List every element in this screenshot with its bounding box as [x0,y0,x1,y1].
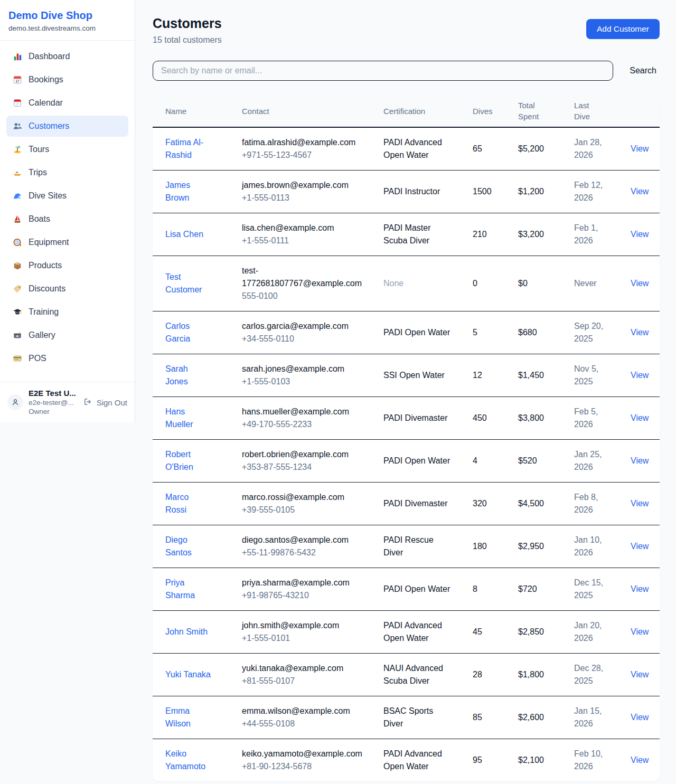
customers-table-card: Name Contact Certification Dives Total S… [153,95,660,781]
sidebar-item-products[interactable]: Products [6,255,128,276]
sidebar-item-dive-sites[interactable]: Dive Sites [6,185,128,206]
sidebar-item-bookings[interactable]: 17 Bookings [6,69,128,90]
bar-chart-icon [13,52,22,61]
sidebar-item-label: Equipment [29,238,69,247]
column-header-last-dive: Last Dive [574,95,631,127]
sidebar-item-label: Gallery [29,330,55,340]
customer-last-dive: Jan 10, 2026 [574,534,607,559]
customer-name-link[interactable]: John Smith [165,626,208,638]
view-link[interactable]: View [631,542,649,551]
customer-certification: BSAC Sports Diver [383,705,451,730]
customer-email: sarah.jones@example.com [242,363,369,375]
customer-phone: +34-555-0110 [242,333,383,345]
customer-dives: 85 [473,696,518,739]
customer-email: diego.santos@example.com [242,534,369,546]
customer-name-link[interactable]: Hans Mueller [165,405,212,431]
view-link[interactable]: View [631,755,649,764]
sidebar-item-label: Dive Sites [29,191,67,201]
customer-certification: PADI Divemaster [383,497,451,510]
camera-icon [13,330,22,340]
column-header-dives: Dives [473,95,518,127]
customer-phone: +91-98765-43210 [242,589,383,602]
customer-dives: 1500 [473,171,518,213]
customer-certification: PADI Master Scuba Diver [383,222,451,247]
customer-certification: SSI Open Water [383,369,451,382]
customer-certification: PADI Open Water [383,583,451,596]
customer-name-link[interactable]: Yuki Tanaka [165,668,211,681]
customer-name-link[interactable]: Emma Wilson [165,705,212,730]
customer-total-spent: $1,200 [518,171,574,213]
customer-name-link[interactable]: Robert O'Brien [165,448,212,474]
view-link[interactable]: View [631,584,649,593]
island-icon [13,145,22,154]
user-email: e2e-tester@... [29,398,76,407]
customer-last-dive: Dec 28, 2025 [574,662,607,687]
table-row: Hans Mueller hans.mueller@example.com +4… [153,397,660,440]
table-header-row: Name Contact Certification Dives Total S… [153,95,660,127]
wave-icon [13,191,22,201]
view-link[interactable]: View [631,670,649,679]
customer-certification: PADI Advanced Open Water [383,748,451,773]
view-link[interactable]: View [631,713,649,722]
customer-name-link[interactable]: Marco Rossi [165,491,212,516]
table-row: James Brown james.brown@example.com +1-5… [153,171,660,213]
customer-phone: +49-170-555-2233 [242,418,383,431]
sidebar-item-label: Training [29,307,59,317]
view-link[interactable]: View [631,627,649,636]
customer-name-link[interactable]: Priya Sharma [165,577,212,602]
customer-last-dive: Feb 8, 2026 [574,491,607,516]
search-input[interactable] [153,61,613,81]
customer-name-link[interactable]: Carlos Garcia [165,320,212,345]
customer-last-dive: Feb 12, 2026 [574,179,607,204]
customer-certification: PADI Divemaster [383,412,451,424]
customer-last-dive: Feb 10, 2026 [574,748,607,773]
customer-name-link[interactable]: Lisa Chen [165,228,203,241]
page-header: Customers 15 total customers Add Custome… [153,16,660,45]
customer-phone: +81-555-0107 [242,675,383,687]
sidebar-item-gallery[interactable]: Gallery [6,325,128,346]
customer-total-spent: $1,450 [518,354,574,397]
sidebar-nav: Dashboard 17 Bookings Calendar Customers… [0,41,135,382]
customer-name-link[interactable]: Keiko Yamamoto [165,748,212,773]
customer-name-link[interactable]: Diego Santos [165,534,212,559]
tag-icon [13,284,22,294]
customer-dives: 95 [473,739,518,782]
view-link[interactable]: View [631,328,649,337]
sidebar-item-trips[interactable]: Trips [6,162,128,183]
customer-email: carlos.garcia@example.com [242,320,369,333]
sidebar-item-discounts[interactable]: Discounts [6,278,128,299]
view-link[interactable]: View [631,187,649,196]
view-link[interactable]: View [631,413,649,422]
view-link[interactable]: View [631,279,649,288]
view-link[interactable]: View [631,144,649,153]
table-row: Priya Sharma priya.sharma@example.com +9… [153,568,660,611]
sidebar-item-boats[interactable]: Boats [6,209,128,230]
sidebar-item-customers[interactable]: Customers [6,116,128,137]
search-button[interactable]: Search [626,66,660,75]
view-link[interactable]: View [631,456,649,465]
customer-total-spent: $520 [518,440,574,483]
customer-dives: 450 [473,397,518,440]
customer-phone: 555-0100 [242,290,383,303]
view-link[interactable]: View [631,371,649,380]
view-link[interactable]: View [631,499,649,508]
customer-last-dive: Never [574,277,607,290]
sidebar-item-tours[interactable]: Tours [6,139,128,160]
add-customer-button[interactable]: Add Customer [586,19,660,39]
sign-out-button[interactable]: Sign Out [83,398,127,407]
sidebar-item-training[interactable]: Training [6,301,128,323]
customer-name-link[interactable]: Test Customer [165,271,212,296]
sidebar-item-calendar[interactable]: Calendar [6,92,128,114]
sidebar-item-label: Products [29,261,62,270]
customer-last-dive: Jan 20, 2026 [574,619,607,645]
customer-name-link[interactable]: Fatima Al-Rashid [165,136,212,162]
sidebar-item-pos[interactable]: POS [6,348,128,369]
customer-name-link[interactable]: James Brown [165,179,212,204]
customer-name-link[interactable]: Sarah Jones [165,363,212,388]
customer-dives: 320 [473,483,518,525]
view-link[interactable]: View [631,230,649,239]
avatar [7,394,23,410]
sidebar-item-dashboard[interactable]: Dashboard [6,46,128,67]
column-header-name: Name [153,95,242,127]
sidebar-item-equipment[interactable]: Equipment [6,232,128,253]
